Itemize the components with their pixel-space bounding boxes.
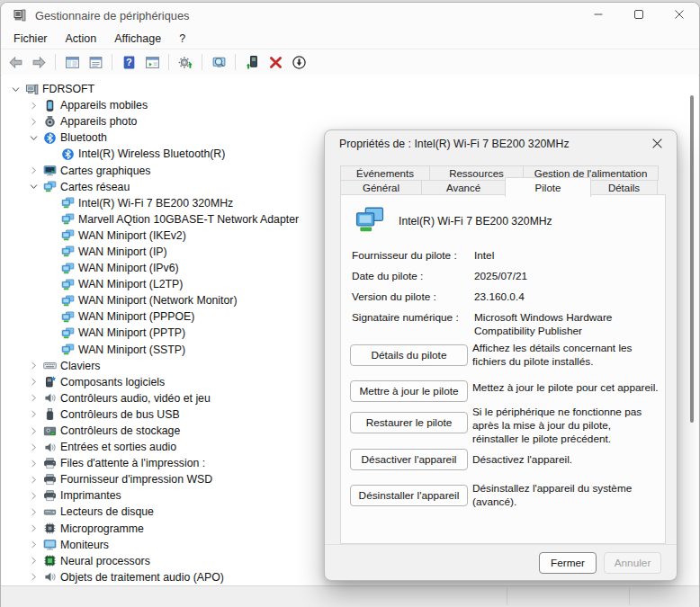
tab-evenements[interactable]: Événements xyxy=(340,165,430,181)
device-header: Intel(R) Wi-Fi 7 BE200 320MHz xyxy=(352,204,552,238)
disk-icon xyxy=(41,504,58,519)
field-value: 2025/07/21 xyxy=(474,270,654,283)
tree-item-label: WAN Miniport (IPv6) xyxy=(78,262,179,274)
chevron-right-icon[interactable] xyxy=(25,359,41,373)
console-tree-icon xyxy=(65,55,80,70)
statusbar-separator xyxy=(629,588,630,605)
chevron-down-icon[interactable] xyxy=(7,82,23,96)
tree-item[interactable]: Appareils mobiles xyxy=(2,97,698,113)
mobile-icon xyxy=(41,98,58,112)
rollback-driver-button[interactable]: Restaurer le pilote xyxy=(350,412,468,433)
close-button[interactable] xyxy=(659,3,699,28)
toolbar: ? xyxy=(1,49,699,76)
keyboard-icon xyxy=(41,359,58,373)
cancel-button[interactable]: Annuler xyxy=(604,552,661,574)
action-pane-button[interactable] xyxy=(141,51,163,73)
back-button[interactable] xyxy=(4,51,26,73)
tree-item-label: WAN Miniport (IKEv2) xyxy=(78,229,186,242)
chevron-right-icon[interactable] xyxy=(25,114,41,129)
tree-indent xyxy=(43,343,59,357)
dialog-title: Propriétés de : Intel(R) Wi-Fi 7 BE200 3… xyxy=(339,138,570,150)
update-driver-button[interactable]: Mettre à jour le pilote xyxy=(350,380,468,402)
chevron-right-icon[interactable] xyxy=(25,456,41,470)
tree-indent xyxy=(43,147,59,161)
chevron-right-icon[interactable] xyxy=(25,440,41,454)
remote-search-button[interactable] xyxy=(208,51,229,73)
menu-item-help[interactable]: ? xyxy=(170,31,194,47)
tree-indent xyxy=(43,196,59,210)
chevron-down-icon[interactable] xyxy=(25,180,41,194)
chevron-right-icon[interactable] xyxy=(25,570,41,585)
properties-dialog: Propriétés de : Intel(R) Wi-Fi 7 BE200 3… xyxy=(324,129,678,581)
tree-item-label: WAN Miniport (L2TP) xyxy=(78,278,183,290)
chevron-right-icon[interactable] xyxy=(25,538,41,552)
tree-indent xyxy=(43,228,59,243)
field-label: Fournisseur du pilote : xyxy=(352,249,474,263)
chevron-right-icon[interactable] xyxy=(25,472,41,486)
footer-separator xyxy=(325,544,677,545)
chevron-right-icon[interactable] xyxy=(25,164,41,178)
field-label: Version du pilote : xyxy=(352,290,474,304)
tree-item-label: Claviers xyxy=(60,360,100,372)
uninstall-device-description: Désinstallez l'appareil du système (avan… xyxy=(472,482,660,509)
tree-item-label: Bluetooth xyxy=(60,131,107,144)
chevron-down-icon[interactable] xyxy=(25,130,41,145)
network-icon xyxy=(59,309,76,324)
speaker-icon xyxy=(41,440,58,454)
tab-general[interactable]: Général xyxy=(340,180,422,195)
tree-item-label: Cartes réseau xyxy=(60,181,130,193)
driver-details-button[interactable]: Détails du pilote xyxy=(350,344,468,366)
tab-details[interactable]: Détails xyxy=(590,180,658,195)
help-button[interactable]: ? xyxy=(118,51,139,73)
tree-item[interactable]: Appareils photo xyxy=(2,113,698,129)
chevron-right-icon[interactable] xyxy=(25,391,41,406)
disable-device-icon xyxy=(292,55,307,70)
driver-details-description: Affichez les détails concernant les fich… xyxy=(472,342,660,369)
chevron-right-icon[interactable] xyxy=(25,488,41,503)
speaker-icon xyxy=(41,570,58,585)
field-label: Signataire numérique : xyxy=(352,311,474,339)
chevron-right-icon[interactable] xyxy=(25,504,41,519)
network-icon xyxy=(59,228,76,243)
forward-button[interactable] xyxy=(28,51,49,73)
chevron-right-icon[interactable] xyxy=(25,407,41,422)
menu-item-fichier[interactable]: Fichier xyxy=(4,31,57,47)
menu-item-action[interactable]: Action xyxy=(57,31,106,47)
uninstall-device-button[interactable] xyxy=(265,51,286,73)
scan-hardware-button[interactable] xyxy=(175,51,196,73)
console-tree-button[interactable] xyxy=(61,51,83,73)
field-value: 23.160.0.4 xyxy=(474,290,654,304)
disable-device-button[interactable] xyxy=(288,51,310,73)
chevron-right-icon[interactable] xyxy=(25,424,41,438)
dialog-close-button[interactable] xyxy=(646,135,668,155)
speaker-icon xyxy=(41,391,58,406)
uninstall-device-button[interactable]: Désinstaller l'appareil xyxy=(350,485,468,506)
tree-item-label: Cartes graphiques xyxy=(60,165,150,177)
update-driver-icon xyxy=(245,55,260,70)
minimize-button[interactable] xyxy=(578,3,618,28)
tree-item-label: Moniteurs xyxy=(60,539,109,551)
maximize-button[interactable] xyxy=(618,3,659,28)
network-icon xyxy=(59,293,76,308)
tree-indent xyxy=(43,212,59,227)
properties-button[interactable] xyxy=(85,51,106,73)
action-pane-icon xyxy=(145,55,160,70)
device-manager-app-icon xyxy=(13,8,27,22)
chevron-right-icon[interactable] xyxy=(25,375,41,389)
update-driver-button[interactable] xyxy=(241,51,263,73)
svg-text:?: ? xyxy=(126,57,132,67)
tree-scrollbar-thumb[interactable] xyxy=(690,95,694,423)
tab-avance[interactable]: Avancé xyxy=(421,180,506,195)
tree-item-label: Lecteurs de disque xyxy=(60,505,154,518)
chevron-right-icon[interactable] xyxy=(25,522,41,536)
usb-icon xyxy=(41,407,58,422)
network-icon xyxy=(59,245,76,259)
tab-pilote[interactable]: Pilote xyxy=(505,177,591,197)
chevron-right-icon[interactable] xyxy=(25,98,41,112)
bluetooth-icon xyxy=(41,130,58,145)
disable-device-button[interactable]: Désactiver l'appareil xyxy=(350,449,468,470)
menu-item-affichage[interactable]: Affichage xyxy=(105,31,170,47)
chevron-right-icon[interactable] xyxy=(25,554,41,568)
close-dialog-button[interactable]: Fermer xyxy=(539,552,597,574)
tree-item[interactable]: FDRSOFT xyxy=(2,81,698,97)
